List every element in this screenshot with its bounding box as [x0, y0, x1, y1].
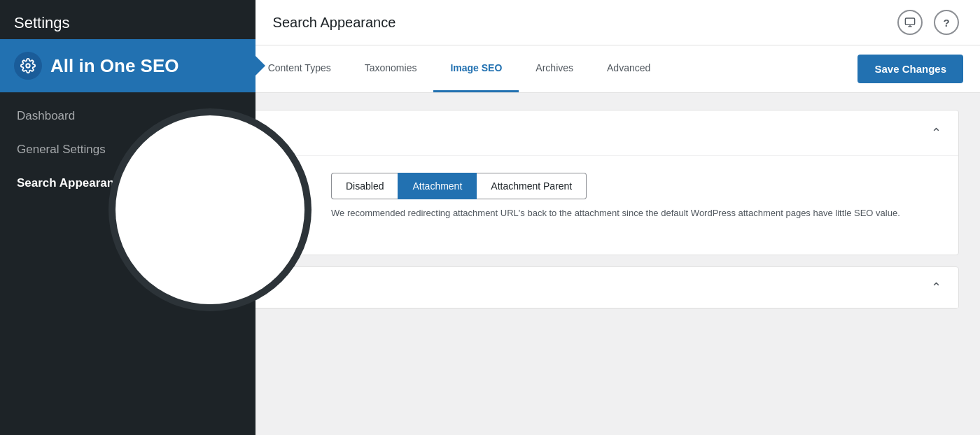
attachment-help-text: We recommended redirecting attachment UR…	[331, 206, 941, 221]
active-arrow-indicator	[255, 56, 265, 76]
aioseo-brand-header[interactable]: All in One SEO	[0, 39, 255, 92]
svg-rect-2	[905, 18, 914, 24]
top-bar-icons: ?	[897, 10, 959, 35]
tab-archives[interactable]: Archives	[519, 45, 590, 92]
aioseo-brand-title: All in One SEO	[50, 55, 178, 77]
btn-attachment-parent[interactable]: Attachment Parent	[477, 173, 587, 199]
wp-admin-sidebar: 🏠 Dashboard 📝 Posts 🖼 Media 📄 Pages 💬 Co…	[0, 0, 125, 435]
save-changes-button[interactable]: Save Changes	[858, 55, 963, 83]
attachments-chevron-icon[interactable]: ⌃	[931, 125, 941, 141]
aioseo-sidebar-overlay: Settings All in One SEO Dashboard Genera…	[0, 0, 255, 435]
btn-attachment[interactable]: Attachment	[398, 173, 477, 199]
tab-image-seo[interactable]: Image SEO	[433, 45, 519, 92]
tab-advanced[interactable]: Advanced	[590, 45, 667, 92]
circle-decoration	[108, 108, 312, 311]
help-icon[interactable]: ?	[934, 10, 959, 35]
circle-inner	[115, 115, 304, 304]
monitor-icon[interactable]	[897, 10, 923, 35]
tab-content-types[interactable]: Content Types	[251, 45, 348, 92]
aioseo-gear-icon	[14, 52, 42, 80]
aioseo-settings-label: Settings	[0, 0, 255, 39]
btn-disabled[interactable]: Disabled	[331, 173, 398, 199]
tab-taxonomies[interactable]: Taxonomies	[348, 45, 434, 92]
page-title: Search Appearance	[273, 15, 396, 31]
second-panel-chevron-icon[interactable]: ⌃	[931, 280, 941, 295]
svg-point-0	[26, 64, 30, 68]
attachment-urls-control: Disabled Attachment Attachment Parent We…	[331, 173, 941, 221]
attachment-url-btn-group: Disabled Attachment Attachment Parent	[331, 173, 941, 199]
